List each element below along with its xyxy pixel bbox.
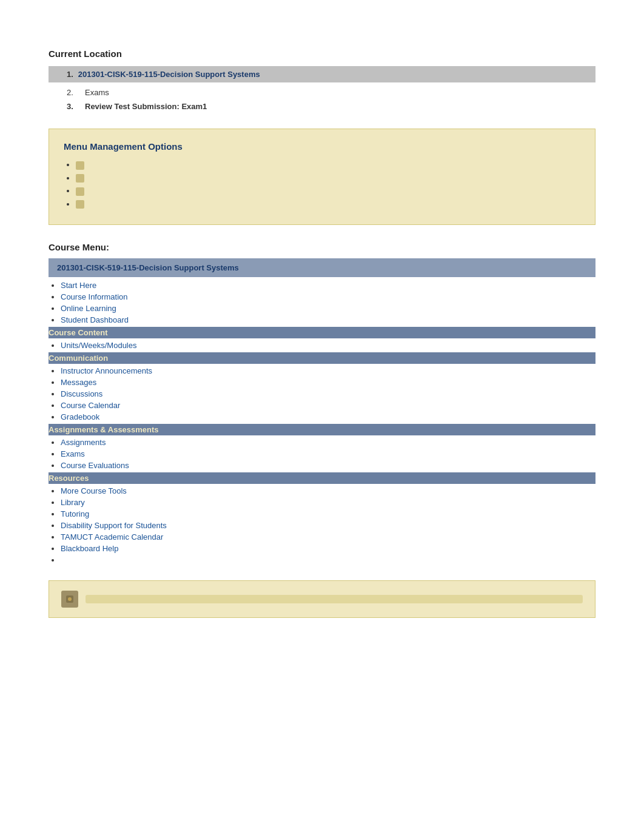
link-more-course-tools[interactable]: More Course Tools (61, 486, 127, 495)
course-menu-header: 201301-CISK-519-115-Decision Support Sys… (49, 258, 595, 277)
section-communication-label: Communication (49, 354, 108, 363)
list-item-exams: Exams (61, 448, 595, 460)
list-item-blackboard-help: Blackboard Help (61, 543, 595, 554)
section-communication: Communication (49, 352, 595, 364)
breadcrumb-link-1[interactable]: 201301-CISK-519-115-Decision Support Sys… (78, 70, 260, 79)
current-location-title: Current Location (49, 49, 595, 59)
course-menu-list: Start Here Course Information Online Lea… (49, 280, 595, 566)
section-course-content-label: Course Content (49, 328, 108, 337)
section-resources-label: Resources (49, 474, 89, 483)
menu-option-icon-2 (76, 174, 84, 183)
link-exams[interactable]: Exams (61, 449, 85, 458)
list-item-course-information: Course Information (61, 291, 595, 303)
link-course-information[interactable]: Course Information (61, 292, 128, 301)
menu-management-item-4[interactable] (76, 200, 580, 209)
menu-management-box: Menu Management Options (49, 129, 595, 225)
breadcrumb-row-3: 3. Review Test Submission: Exam1 (67, 100, 595, 113)
list-item-disability-support: Disability Support for Students (61, 520, 595, 531)
menu-management-item-3[interactable] (76, 186, 580, 196)
link-course-calendar[interactable]: Course Calendar (61, 401, 120, 410)
link-online-learning[interactable]: Online Learning (61, 304, 116, 313)
link-student-dashboard[interactable]: Student Dashboard (61, 315, 129, 324)
course-menu-section: Course Menu: 201301-CISK-519-115-Decisio… (49, 242, 595, 566)
breadcrumb-num-3: 3. (67, 102, 78, 111)
list-item-online-learning: Online Learning (61, 303, 595, 314)
link-course-evaluations[interactable]: Course Evaluations (61, 461, 129, 470)
section-course-content: Course Content (49, 327, 595, 338)
course-menu-title: Course Menu: (49, 242, 595, 252)
list-item-library: Library (61, 497, 595, 508)
list-item-assignments: Assignments (61, 437, 595, 448)
list-item-units-weeks-modules: Units/Weeks/Modules (61, 340, 595, 351)
link-disability-support[interactable]: Disability Support for Students (61, 521, 167, 530)
list-item-discussions: Discussions (61, 388, 595, 400)
menu-management-item-2[interactable] (76, 173, 580, 183)
link-start-here[interactable]: Start Here (61, 281, 96, 290)
link-tutoring[interactable]: Tutoring (61, 509, 89, 518)
link-library[interactable]: Library (61, 498, 85, 507)
menu-management-list (64, 160, 580, 209)
list-item-course-evaluations: Course Evaluations (61, 460, 595, 471)
section-assignments-assessments: Assignments & Assessments (49, 424, 595, 435)
menu-option-icon-1 (76, 161, 84, 170)
bottom-box-blurred-content (86, 595, 583, 603)
list-item-tutoring: Tutoring (61, 508, 595, 520)
course-menu-header-text: 201301-CISK-519-115-Decision Support Sys… (57, 263, 239, 272)
menu-management-item-1[interactable] (76, 160, 580, 170)
link-discussions[interactable]: Discussions (61, 389, 102, 398)
link-instructor-announcements[interactable]: Instructor Announcements (61, 366, 152, 375)
section-assignments-assessments-label: Assignments & Assessments (49, 425, 159, 434)
section-resources: Resources (49, 472, 595, 484)
list-item-messages: Messages (61, 377, 595, 388)
list-item-course-calendar: Course Calendar (61, 400, 595, 411)
bottom-icon-svg (65, 594, 75, 604)
menu-management-title: Menu Management Options (64, 141, 580, 152)
link-empty[interactable] (61, 555, 63, 565)
bottom-box (49, 580, 595, 618)
breadcrumb-val-3: Review Test Submission: Exam1 (85, 102, 207, 111)
breadcrumb-area: Current Location 1. 201301-CISK-519-115-… (49, 49, 595, 114)
link-units-weeks-modules[interactable]: Units/Weeks/Modules (61, 341, 136, 350)
svg-point-1 (68, 597, 72, 601)
list-item-student-dashboard: Student Dashboard (61, 314, 595, 326)
menu-option-icon-3 (76, 187, 84, 196)
list-item-more-course-tools: More Course Tools (61, 485, 595, 497)
link-tamuct-calendar[interactable]: TAMUCT Academic Calendar (61, 532, 163, 542)
breadcrumb-sub: 2. Exams 3. Review Test Submission: Exam… (49, 85, 595, 114)
breadcrumb-num-1: 1. (67, 70, 73, 79)
link-messages[interactable]: Messages (61, 378, 96, 387)
page-container: Current Location 1. 201301-CISK-519-115-… (0, 0, 644, 654)
link-gradebook[interactable]: Gradebook (61, 412, 99, 421)
list-item-tamuct-calendar: TAMUCT Academic Calendar (61, 531, 595, 543)
breadcrumb-row-2: 2. Exams (67, 86, 595, 99)
breadcrumb-val-2: Exams (85, 88, 109, 97)
list-item-start-here: Start Here (61, 280, 595, 291)
list-item-instructor-announcements: Instructor Announcements (61, 365, 595, 377)
menu-option-icon-4 (76, 200, 84, 209)
list-item-empty (61, 554, 595, 566)
breadcrumb-num-2: 2. (67, 88, 78, 97)
list-item-gradebook: Gradebook (61, 411, 595, 423)
link-assignments[interactable]: Assignments (61, 438, 106, 447)
link-blackboard-help[interactable]: Blackboard Help (61, 544, 118, 553)
breadcrumb-item-1: 1. 201301-CISK-519-115-Decision Support … (49, 66, 595, 82)
bottom-box-icon (61, 591, 78, 608)
